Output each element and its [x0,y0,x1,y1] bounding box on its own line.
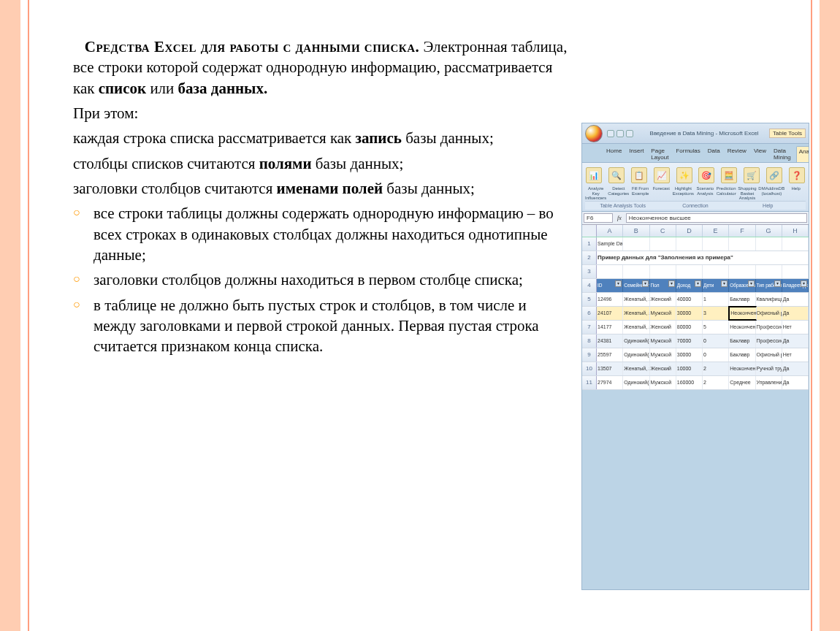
cell[interactable]: Мужской [650,334,676,348]
fx-icon[interactable]: fx [614,215,625,221]
row-header[interactable]: 11 [582,376,597,389]
row-header[interactable]: 7 [582,321,597,334]
cell[interactable]: Пример данных для "Заполнения из примера… [597,251,809,264]
office-button-icon[interactable] [585,125,603,142]
cell[interactable]: 25597 [597,348,623,362]
cell[interactable]: Женатый, замуж [623,293,649,306]
ribbon-tab[interactable]: View [752,146,768,162]
cell[interactable]: Ручной труд [756,362,782,375]
table-header-cell[interactable]: Владеет дом [782,279,809,292]
cell[interactable]: 30000 [676,307,703,320]
table-row[interactable]: 714177Женатый, замужЖенский800005Неоконч… [582,321,809,334]
ribbon-tab[interactable]: Data Mining [771,146,793,162]
cell[interactable] [756,265,782,278]
cell[interactable]: 0 [703,334,729,348]
cell[interactable]: Нет [782,348,809,362]
table-header-cell[interactable]: ID [597,279,623,292]
cell[interactable]: Sample Data for Fill From Example [597,237,623,251]
name-box[interactable]: F6 [584,213,613,223]
cell[interactable]: 80000 [676,321,703,334]
table-row[interactable]: 1127974Одинокий(ая)Мужской1600002Среднее… [582,376,809,390]
cell[interactable] [782,265,809,278]
table-header-cell[interactable]: Тип работы [756,279,782,292]
table-header-row[interactable]: 4IDСемейное полоПолДоходДетиОбразованиеТ… [582,279,809,293]
cell[interactable]: Мужской [650,376,676,389]
table-row[interactable]: 3 [582,265,809,279]
ribbon-tab[interactable]: Insert [627,146,646,162]
ribbon-icon[interactable]: 📋 [631,167,647,183]
cell[interactable]: Неоконченное выс [729,321,755,334]
cell[interactable]: Баклавр [729,348,755,362]
cell[interactable]: Мужской [650,348,676,362]
ribbon-icon[interactable]: 🔗 [766,167,782,183]
table-header-cell[interactable]: Семейное поло [623,279,649,292]
cell[interactable]: Одинокий(ая) [623,334,649,348]
ribbon-icon[interactable]: 🛒 [744,167,760,183]
cell[interactable]: Профессионал [756,321,782,334]
cell[interactable] [676,237,703,251]
ribbon-tab[interactable]: Analyze [796,146,809,162]
cell[interactable]: 0 [703,348,729,362]
ribbon-tabs[interactable]: HomeInsertPage LayoutFormulasDataReviewV… [582,144,809,163]
formula-bar[interactable]: F6 fx Неоконченное высшее [582,212,809,225]
cell[interactable]: 70000 [676,334,703,348]
cell[interactable] [650,237,676,251]
ribbon-icon[interactable]: 🧮 [721,167,737,183]
row-header[interactable]: 10 [582,362,597,375]
cell[interactable]: Неоконченное выс [729,362,755,375]
cell[interactable]: Женатый, замуж [623,307,649,320]
row-header[interactable]: 9 [582,348,597,362]
cell[interactable] [782,237,809,251]
cell[interactable]: Неоконченное выс [728,306,756,321]
column-header[interactable]: D [676,225,703,237]
ribbon-icon[interactable]: 📈 [654,167,670,183]
row-header[interactable]: 8 [582,334,597,348]
column-header[interactable]: H [782,225,809,237]
row-header[interactable]: 2 [582,251,597,264]
cell[interactable]: Офисный работ [756,307,782,320]
cell[interactable]: Баклавр [729,293,755,306]
ribbon-icon[interactable]: 🔍 [608,167,625,183]
spreadsheet-grid[interactable]: 1Sample Data for Fill From Example2Приме… [582,237,809,390]
ribbon-tab[interactable]: Home [604,146,624,162]
cell[interactable]: Управление [756,376,782,389]
cell[interactable]: Мужской [650,307,676,320]
table-header-cell[interactable]: Образование [729,279,755,292]
column-header[interactable]: C [650,225,676,237]
cell[interactable] [729,237,755,251]
cell[interactable] [597,265,623,278]
cell[interactable]: Одинокий(ая) [623,348,649,362]
table-header-cell[interactable]: Доход [676,279,703,292]
table-row[interactable]: 824381Одинокий(ая)Мужской700000БаклаврПр… [582,334,809,348]
ribbon-tab[interactable]: Page Layout [649,146,671,162]
cell[interactable] [729,265,755,278]
ribbon-icon[interactable]: 📊 [586,167,602,183]
cell[interactable]: 5 [703,321,729,334]
column-header[interactable]: E [703,225,729,237]
cell[interactable]: 24107 [597,307,623,320]
column-header[interactable]: F [729,225,755,237]
ribbon-icons[interactable]: 📊 🔍 📋 📈 ✨ 🎯 🧮 🛒 🔗 ❓ [585,167,806,183]
ribbon-icon[interactable]: 🎯 [698,167,714,183]
table-header-cell[interactable]: Пол [650,279,676,292]
row-header[interactable]: 1 [582,237,597,251]
column-header[interactable]: G [756,225,782,237]
cell[interactable] [756,237,782,251]
cell[interactable] [623,265,649,278]
cell[interactable]: Нет [782,321,809,334]
table-row[interactable]: 2Пример данных для "Заполнения из пример… [582,251,809,265]
column-header[interactable]: B [623,225,649,237]
cell[interactable] [703,265,729,278]
cell[interactable]: 13507 [597,362,623,375]
row-header[interactable]: 6 [582,307,597,320]
table-row[interactable]: 1013507Женатый, замужЖенский100002Неокон… [582,362,809,376]
cell[interactable]: Да [782,362,809,375]
cell[interactable]: Среднее [729,376,755,389]
ribbon-tab[interactable]: Formulas [673,146,702,162]
cell[interactable] [623,237,649,251]
ribbon-icon[interactable]: ❓ [789,167,805,183]
cell[interactable]: Да [782,307,809,320]
formula-value[interactable]: Неоконченное высшее [626,213,807,223]
cell[interactable]: Профессионал [756,334,782,348]
cell[interactable]: 30000 [676,348,703,362]
